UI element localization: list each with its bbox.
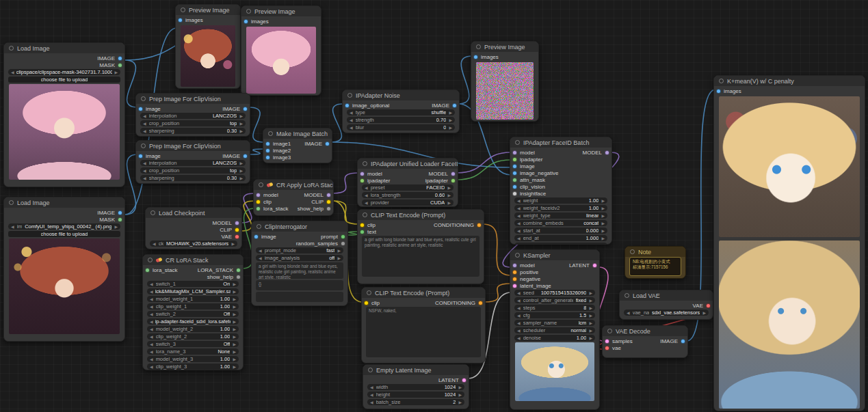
clip-interrogator-output-random_samples[interactable]: random_samples bbox=[296, 241, 345, 247]
load-image-2-output-MASK[interactable]: MASK bbox=[99, 217, 122, 223]
decrement-arrow[interactable]: ◀ bbox=[150, 281, 153, 286]
input-slot-dot[interactable] bbox=[512, 150, 517, 155]
increment-arrow[interactable]: ▶ bbox=[458, 392, 462, 397]
collapse-dot[interactable] bbox=[515, 253, 520, 258]
input-slot-dot[interactable] bbox=[256, 193, 261, 197]
cr-lora-stack-titlebar[interactable]: CR LoRA Stack bbox=[143, 255, 243, 265]
output-slot-dot[interactable] bbox=[326, 200, 331, 204]
output-slot-dot[interactable] bbox=[243, 107, 248, 111]
increment-arrow[interactable]: ▶ bbox=[589, 298, 592, 303]
preview-image-noise-input-images[interactable]: images bbox=[473, 54, 499, 60]
ipadapter-noise-widget-type[interactable]: ◀typeshuffle▶ bbox=[347, 109, 455, 115]
increment-arrow[interactable]: ▶ bbox=[458, 385, 462, 389]
cr-lora-stack-widget-switch_2[interactable]: ◀switch_2Off▶ bbox=[147, 311, 239, 317]
input-slot-dot[interactable] bbox=[256, 200, 261, 204]
ksampler-widget-seed[interactable]: ◀seed1007515415326090▶ bbox=[514, 290, 595, 296]
decrement-arrow[interactable]: ◀ bbox=[11, 70, 14, 74]
load-image-2-widget-image[interactable]: ◀imageComfyUI_temp_yhipq_00042_ (4).png▶ bbox=[8, 223, 120, 230]
load-checkpoint-widget-ckpt_name[interactable]: ◀ckpt_nameMOHAWK_v20.safetensors▶ bbox=[150, 241, 237, 247]
decrement-arrow[interactable]: ◀ bbox=[517, 198, 521, 203]
ipadapter-faceid-batch-input-image_negative[interactable]: image_negative bbox=[512, 170, 558, 176]
increment-arrow[interactable]: ▶ bbox=[589, 320, 592, 325]
increment-arrow[interactable]: ▶ bbox=[589, 305, 592, 310]
cr-lora-stack-widget-switch_1[interactable]: ◀switch_1On▶ bbox=[147, 281, 239, 287]
ksampler-widget-control_after_generate[interactable]: ◀control_after_generatefixed▶ bbox=[514, 297, 595, 303]
input-slot-dot[interactable] bbox=[512, 178, 517, 182]
output-slot-dot[interactable] bbox=[462, 378, 466, 383]
note[interactable]: NoteNB:电视剧的小黄式 标清显示:7157156 bbox=[624, 246, 686, 279]
input-slot-dot[interactable] bbox=[360, 230, 365, 234]
decrement-arrow[interactable]: ◀ bbox=[350, 110, 353, 115]
ipadapter-unified-loader-faceid[interactable]: IPAdapter Unified Loader FaceIDmodelMODE… bbox=[357, 158, 458, 207]
decrement-arrow[interactable]: ◀ bbox=[365, 200, 368, 205]
output-slot-dot[interactable] bbox=[605, 150, 609, 155]
preview-kmean-input-images[interactable]: images bbox=[716, 88, 741, 94]
input-slot-dot[interactable] bbox=[605, 346, 609, 351]
collapse-dot[interactable] bbox=[148, 258, 153, 262]
ksampler-titlebar[interactable]: KSampler bbox=[510, 250, 599, 260]
ipadapter-unified-loader-faceid-titlebar[interactable]: IPAdapter Unified Loader FaceID bbox=[358, 159, 458, 169]
decrement-arrow[interactable]: ◀ bbox=[143, 128, 146, 133]
preview-kmean[interactable]: K+mean(V) w/ C penaltyimages bbox=[713, 75, 865, 411]
prep-image-clipvision-1-widget-sharpening[interactable]: ◀sharpening0.30▶ bbox=[140, 128, 246, 134]
preview-kmean-titlebar[interactable]: K+mean(V) w/ C penalty bbox=[714, 76, 865, 86]
ipadapter-unified-loader-faceid-widget-preset[interactable]: ◀presetFACEID▶ bbox=[362, 184, 453, 191]
cr-lora-stack-widget-combo-5[interactable]: ◀ip-adapter-faceid_sdxl_lora.safetensors… bbox=[147, 318, 239, 325]
increment-arrow[interactable]: ▶ bbox=[114, 70, 118, 74]
input-slot-dot[interactable] bbox=[605, 339, 609, 344]
cr-lora-stack-input-lora_stack[interactable]: lora_stack bbox=[145, 267, 177, 273]
vae-decode-output-IMAGE[interactable]: IMAGE bbox=[660, 338, 685, 344]
output-slot-dot[interactable] bbox=[325, 141, 330, 146]
collapse-dot[interactable] bbox=[607, 329, 612, 333]
ksampler-widget-cfg[interactable]: ◀cfg1.5▶ bbox=[514, 312, 595, 318]
preview-image-1-titlebar[interactable]: Preview Image bbox=[176, 5, 240, 15]
clip-text-encode-positive-input-clip[interactable]: clip bbox=[360, 222, 376, 228]
clip-interrogator[interactable]: ClipInterrogatorimagepromptrandom_sample… bbox=[251, 221, 348, 306]
increment-arrow[interactable]: ▶ bbox=[233, 297, 236, 301]
load-image-1-output-MASK[interactable]: MASK bbox=[99, 62, 122, 68]
load-image-1[interactable]: Load ImageIMAGEMASK◀clipspace/clipspace-… bbox=[3, 42, 125, 187]
make-image-batch-input-image1[interactable]: image1 bbox=[265, 141, 291, 147]
load-checkpoint[interactable]: Load CheckpointMODELCLIPVAE◀ckpt_nameMOH… bbox=[145, 207, 242, 249]
increment-arrow[interactable]: ▶ bbox=[449, 125, 452, 130]
increment-arrow[interactable]: ▶ bbox=[589, 313, 592, 318]
input-slot-dot[interactable] bbox=[254, 234, 259, 239]
decrement-arrow[interactable]: ◀ bbox=[150, 349, 153, 354]
cr-apply-lora-stack-titlebar[interactable]: CR Apply LoRA Stack bbox=[254, 180, 333, 190]
increment-arrow[interactable]: ▶ bbox=[589, 290, 592, 295]
ipadapter-noise-widget-blur[interactable]: ◀blur0▶ bbox=[347, 124, 455, 131]
cr-lora-stack-widget-combo-1[interactable]: ◀lck&MilutagMix_LCM_Sampler.safetensors▶ bbox=[147, 288, 239, 294]
ipadapter-faceid-batch-titlebar[interactable]: IPAdapter FaceID Batch bbox=[510, 137, 611, 148]
input-slot-dot[interactable] bbox=[244, 19, 248, 24]
ipadapter-faceid-batch-output-MODEL[interactable]: MODEL bbox=[583, 150, 609, 156]
increment-arrow[interactable]: ▶ bbox=[589, 328, 592, 333]
output-slot-dot[interactable] bbox=[326, 206, 331, 211]
decrement-arrow[interactable]: ◀ bbox=[627, 310, 630, 315]
ipadapter-faceid-batch-input-ipadapter[interactable]: ipadapter bbox=[512, 156, 542, 163]
make-image-batch-titlebar[interactable]: Make Image Batch bbox=[263, 128, 332, 139]
prep-image-clipvision-2-widget-interpolation[interactable]: ◀interpolationLANCZOS▶ bbox=[140, 160, 246, 166]
decrement-arrow[interactable]: ◀ bbox=[150, 364, 153, 369]
clip-text-encode-positive-output-CONDITIONING[interactable]: CONDITIONING bbox=[434, 222, 482, 228]
increment-arrow[interactable]: ▶ bbox=[239, 128, 243, 133]
cr-lora-stack-output-show_help[interactable]: show_help bbox=[207, 274, 241, 280]
load-image-2-output-IMAGE[interactable]: IMAGE bbox=[97, 210, 122, 216]
cr-lora-stack-output-LORA_STACK[interactable]: LORA_STACK bbox=[198, 267, 241, 273]
prep-image-clipvision-1-widget-crop_position[interactable]: ◀crop_positiontop▶ bbox=[140, 120, 246, 126]
output-slot-dot[interactable] bbox=[452, 103, 457, 108]
make-image-batch-output-IMAGE[interactable]: IMAGE bbox=[304, 141, 330, 147]
increment-arrow[interactable]: ▶ bbox=[447, 185, 451, 190]
cr-lora-stack-widget-clip_weight_1[interactable]: ◀clip_weight_11.00▶ bbox=[147, 303, 239, 310]
decrement-arrow[interactable]: ◀ bbox=[150, 357, 153, 361]
clip-text-encode-positive-textarea-0[interactable]: a girl with long blonde hair and blue ey… bbox=[362, 236, 479, 277]
decrement-arrow[interactable]: ◀ bbox=[143, 176, 146, 180]
ksampler[interactable]: KSamplermodelLATENTpositivenegativelaten… bbox=[510, 249, 600, 410]
ipadapter-unified-loader-faceid-output-ipadapter[interactable]: ipadapter bbox=[425, 178, 456, 184]
preview-image-2-titlebar[interactable]: Preview Image bbox=[241, 6, 321, 16]
output-slot-dot[interactable] bbox=[451, 178, 456, 183]
collapse-dot[interactable] bbox=[141, 143, 146, 148]
cr-apply-lora-stack-output-CLIP[interactable]: CLIP bbox=[311, 199, 331, 205]
increment-arrow[interactable]: ▶ bbox=[239, 121, 243, 126]
ipadapter-unified-loader-faceid-input-model[interactable]: model bbox=[360, 171, 382, 177]
increment-arrow[interactable]: ▶ bbox=[601, 236, 605, 241]
